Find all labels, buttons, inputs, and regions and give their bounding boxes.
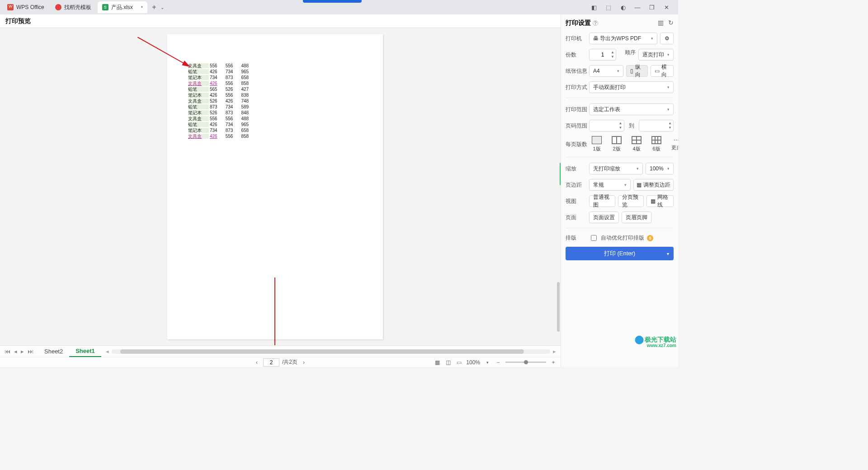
zoom-drop-icon[interactable]: ▾ [484, 360, 491, 365]
adjust-margin-button[interactable]: ▦调整页边距 [633, 179, 674, 191]
orientation-portrait-button[interactable]: ▯纵向 [626, 65, 648, 77]
table-cell: 笔记本 [188, 93, 209, 98]
tab-wps-office[interactable]: WPS Office [3, 1, 49, 13]
table-cell: 589 [241, 104, 256, 109]
scale-select[interactable]: 无打印缩放▾ [589, 163, 643, 174]
scale-pct-select[interactable]: 100%▾ [646, 163, 674, 174]
table-row: 文具盒526426748 [188, 99, 256, 103]
table-cell: 556 [226, 81, 241, 86]
prev-page-icon[interactable]: ‹ [253, 359, 260, 366]
auto-typeset-label: 自动优化打印排版 [601, 234, 644, 242]
first-sheet-icon[interactable]: ⏮ [4, 348, 11, 355]
sheet-tab-sheet2[interactable]: Sheet2 [38, 346, 69, 357]
layout-6-button[interactable]: 6版 [649, 136, 664, 152]
tab-file-active[interactable]: S产品.xlsx• [98, 1, 147, 13]
table-cell: 873 [226, 128, 241, 133]
tab-menu-dropdown[interactable]: ⌄ [159, 5, 165, 10]
zoom-in-icon[interactable]: + [550, 359, 557, 366]
scroll-left-icon[interactable]: ◂ [106, 348, 109, 355]
sheet-tab-sheet1[interactable]: Sheet1 [69, 346, 101, 357]
header-footer-label: 页眉页脚 [626, 214, 647, 221]
view-grid-button[interactable]: ▦网格线 [646, 195, 674, 207]
paper-select[interactable]: A4▾ [589, 65, 623, 77]
table-cell: 文具盒 [188, 81, 209, 86]
page-from-input[interactable]: ▲▼ [589, 120, 624, 132]
zoom-slider-thumb[interactable] [524, 360, 528, 364]
printer-settings-button[interactable]: ⚙ [660, 33, 674, 44]
header-footer-button[interactable]: 页眉页脚 [622, 212, 651, 223]
copies-field[interactable] [593, 51, 612, 58]
layout-more-button[interactable]: ⋯更多 [669, 136, 678, 152]
view-normal-button[interactable]: 普通视图 [589, 195, 615, 207]
vertical-scrollbar[interactable] [557, 29, 560, 344]
last-sheet-icon[interactable]: ⏭ [27, 348, 34, 355]
template-icon [55, 4, 61, 10]
table-row: 笔记本426556838 [188, 93, 256, 98]
printer-select[interactable]: 🖶 导出为WPS PDF▾ [589, 33, 657, 44]
spin-down-icon[interactable]: ▼ [668, 126, 672, 130]
table-cell: 488 [241, 63, 256, 68]
view-mode-2-icon[interactable]: ◫ [444, 359, 452, 366]
zoom-slider[interactable] [505, 362, 546, 363]
range-select[interactable]: 选定工作表▾ [589, 103, 674, 115]
scroll-thumb[interactable] [557, 282, 560, 332]
help-icon[interactable]: ? [593, 20, 598, 26]
close-window-icon[interactable]: ✕ [662, 4, 671, 11]
next-sheet-icon[interactable]: ▸ [20, 348, 25, 355]
orientation-landscape-button[interactable]: ▭横向 [651, 65, 674, 77]
page-to-field[interactable] [643, 122, 670, 129]
table-cell: 734 [226, 122, 241, 127]
view-mode-3-icon[interactable]: ▭ [455, 359, 462, 366]
table-cell: 488 [241, 116, 256, 121]
print-button-label: 打印 (Enter) [604, 249, 635, 258]
copies-input[interactable]: ▲▼ [589, 49, 616, 61]
scroll-right-icon[interactable]: ▸ [553, 348, 556, 355]
table-cell: 556 [226, 93, 241, 98]
zoom-level-label: 100% [466, 359, 480, 366]
panel-layout-icon[interactable]: ▥ [658, 19, 664, 26]
spin-up-icon[interactable]: ▲ [611, 51, 614, 54]
zoom-out-icon[interactable]: − [495, 359, 502, 366]
layout-icon[interactable]: ◧ [590, 4, 599, 11]
page-from-field[interactable] [593, 122, 620, 129]
cube-icon[interactable]: ⬚ [604, 4, 613, 11]
spin-down-icon[interactable]: ▼ [611, 55, 614, 59]
paper-label: 纸张信息 [566, 67, 589, 75]
new-tab-button[interactable]: + [149, 3, 159, 11]
current-page-input[interactable] [263, 358, 279, 367]
window-controls: ◧ ⬚ ◐ — ❐ ✕ [590, 4, 675, 11]
mode-select[interactable]: 手动双面打印▾ [589, 81, 674, 93]
table-row: 铅笔426734965 [188, 69, 256, 74]
table-row: 铅笔565526427 [188, 87, 256, 92]
print-button[interactable]: 打印 (Enter)▾ [566, 247, 674, 260]
h-scrollbar[interactable] [112, 349, 550, 354]
gear-icon: ⚙ [665, 35, 670, 42]
view-break-button[interactable]: 分页预览 [618, 195, 644, 207]
layout-4-button[interactable]: 4版 [629, 136, 644, 152]
chevron-down-icon[interactable]: ▾ [667, 251, 669, 256]
spin-down-icon[interactable]: ▼ [619, 126, 623, 130]
page-label: 页面 [566, 214, 589, 221]
close-icon[interactable]: • [141, 4, 143, 10]
margin-label: 页边距 [566, 181, 589, 189]
view-mode-1-icon[interactable]: ▦ [434, 359, 441, 366]
user-icon[interactable]: ◐ [618, 4, 627, 11]
page-setup-button[interactable]: 页面设置 [589, 212, 619, 223]
layout-2-button[interactable]: 2版 [609, 136, 624, 152]
spin-up-icon[interactable]: ▲ [668, 122, 672, 125]
prev-sheet-icon[interactable]: ◂ [13, 348, 18, 355]
table-cell: 笔记本 [188, 110, 209, 115]
maximize-icon[interactable]: ❐ [647, 4, 656, 11]
h-scroll-thumb[interactable] [120, 349, 524, 354]
panel-refresh-icon[interactable]: ↻ [668, 19, 674, 26]
order-select[interactable]: 逐页打印▾ [638, 49, 674, 61]
layout-1-button[interactable]: 1版 [589, 136, 604, 152]
mode-value: 手动双面打印 [593, 84, 626, 91]
tab-template[interactable]: 找稻壳模板 [51, 1, 96, 13]
spin-up-icon[interactable]: ▲ [619, 122, 623, 125]
margin-select[interactable]: 常规▾ [589, 179, 631, 191]
next-page-icon[interactable]: › [300, 359, 307, 366]
auto-typeset-checkbox[interactable] [591, 235, 597, 241]
minimize-icon[interactable]: — [633, 4, 642, 11]
page-to-input[interactable]: ▲▼ [639, 120, 674, 132]
